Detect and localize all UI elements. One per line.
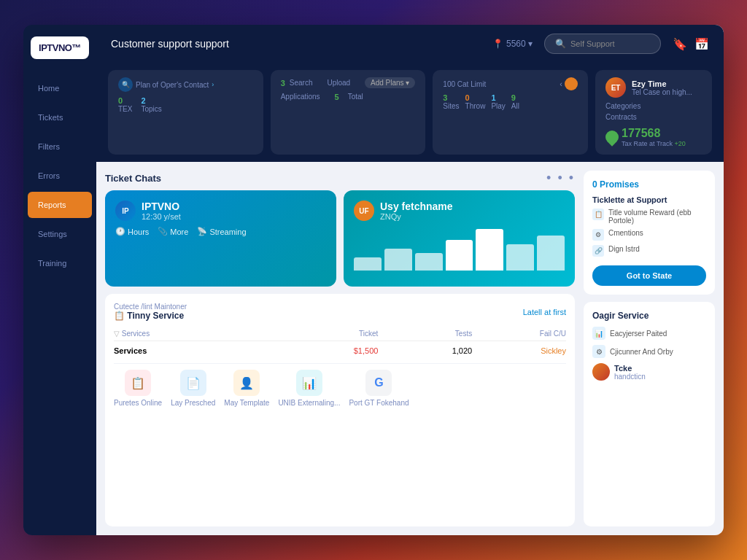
- header-icons: 🔖 📅: [673, 37, 709, 51]
- table-link[interactable]: Latell at first: [523, 308, 566, 316]
- quick-item-2[interactable]: ⚙ Cjicunner And Orby: [592, 345, 706, 358]
- app-item-4[interactable]: G Port GT Fokehand: [349, 370, 409, 407]
- right-panel: 0 Promises Ticklette at Support 📋 Title …: [584, 171, 715, 526]
- streaming-icon: 📡: [197, 227, 207, 236]
- promo-icon-1: 📋: [592, 209, 604, 220]
- bar-6: [506, 244, 534, 271]
- sidebar: IPTVNO™ Home Tickets Filters Errors Repo…: [23, 25, 96, 535]
- bar-5: [476, 229, 503, 271]
- stat-sites: 3 Sites: [443, 93, 459, 110]
- stat-play: 1 Play: [491, 93, 505, 110]
- promo-item-3: 🔗 Dign Istrd: [592, 245, 706, 257]
- app-item-1[interactable]: 📄 Lay Presched: [171, 370, 215, 407]
- calendar-icon[interactable]: 📅: [694, 37, 709, 51]
- chat-cards: IP IPTVNO 12:30 y/set 🕐 Hours: [105, 190, 575, 287]
- search-stat-icon: 🔍: [118, 77, 133, 92]
- sidebar-item-reports[interactable]: Reports: [28, 192, 92, 218]
- stat-card-4: ET Ezy Time Tel Case on high... Categori…: [595, 70, 712, 155]
- main-body: Ticket Chats • • • IP IPTVNO 12:30 y/set: [96, 162, 724, 535]
- app-container: IPTVNO™ Home Tickets Filters Errors Repo…: [23, 25, 724, 535]
- header: Customer support support 📍 5560 ▾ 🔍 Self…: [96, 25, 724, 63]
- table-columns: ▽ Services Ticket Tests Fail C/U: [114, 327, 566, 341]
- app-item-0[interactable]: 📋 Puretes Online: [114, 370, 162, 407]
- small-avatar: [592, 363, 610, 381]
- bar-2: [384, 249, 412, 271]
- chat-action-more[interactable]: 📎 More: [158, 227, 188, 236]
- app-icon-lay: 📄: [186, 376, 201, 390]
- ticket-chats-section: Ticket Chats • • • IP IPTVNO 12:30 y/set: [105, 171, 575, 287]
- app-item-2[interactable]: 👤 May Template: [224, 370, 269, 407]
- chat-card-1: IP IPTVNO 12:30 y/set 🕐 Hours: [105, 190, 336, 287]
- bar-4: [446, 240, 473, 271]
- promo-item-2: ⚙ Cmentions: [592, 229, 706, 241]
- stat-tex: 0 TEX: [118, 96, 132, 113]
- user-avatar: ET: [605, 77, 626, 98]
- search-icon: 🔍: [555, 39, 566, 49]
- promo-item-1: 📋 Title volume Reward (ebb Portole): [592, 209, 706, 225]
- app-icon-may: 👤: [239, 376, 254, 390]
- stat-topics: 2 Topics: [141, 96, 161, 113]
- app-item-3[interactable]: 📊 UNIB Externaling...: [278, 370, 340, 407]
- stat-card-3: 100 Cat Limit ‹ 3 Sites 0 Throw: [433, 70, 588, 155]
- quick-icon-1: 📊: [592, 327, 605, 340]
- more-icon: 📎: [158, 227, 168, 236]
- sidebar-item-settings[interactable]: Settings: [28, 221, 92, 247]
- promo-icon-3: 🔗: [592, 245, 604, 257]
- app-icon-unib: 📊: [302, 376, 317, 390]
- quick-links: Oagir Service 📊 Eacyjerser Paited ⚙ Cjic…: [584, 302, 715, 526]
- bar-3: [415, 253, 443, 271]
- table-row: Services $1,500 1,020 Sickley: [114, 344, 566, 357]
- map-pin-icon: [603, 128, 621, 146]
- chat-action-streaming[interactable]: 📡 Streaming: [197, 227, 246, 236]
- nav-circle[interactable]: [565, 77, 578, 90]
- header-title: Customer support support: [111, 38, 481, 50]
- hours-icon: 🕐: [115, 227, 125, 236]
- chat-action-hours[interactable]: 🕐 Hours: [115, 227, 149, 236]
- bookmark-icon[interactable]: 🔖: [673, 37, 687, 51]
- stats-row: 🔍 Plan of Oper's Contact › 0 TEX 2 Topic…: [96, 63, 724, 162]
- user-quick: Tcke handcticn: [592, 363, 706, 381]
- search-bar[interactable]: 🔍 Self Support: [544, 34, 661, 54]
- chat-avatar-2: UF: [354, 201, 374, 221]
- service-table: Cutecte /lint Maintoner 📋 Tinny Service …: [105, 294, 575, 526]
- bar-1: [354, 257, 382, 271]
- app-icon-puretes: 📋: [131, 376, 145, 390]
- sidebar-item-tickets[interactable]: Tickets: [28, 104, 92, 131]
- sidebar-item-errors[interactable]: Errors: [28, 163, 92, 189]
- filter-icon: ▽: [114, 330, 120, 338]
- stat-throw: 0 Throw: [465, 93, 486, 110]
- chat-avatar-1: IP: [115, 201, 136, 221]
- app-icon-port: G: [374, 376, 383, 389]
- add-plans-dropdown[interactable]: Add Plans ▾: [365, 77, 415, 88]
- mini-bar-chart: [354, 227, 565, 271]
- stat-card-1: 🔍 Plan of Oper's Contact › 0 TEX 2 Topic…: [108, 70, 263, 155]
- sidebar-item-home[interactable]: Home: [28, 75, 92, 101]
- quick-item-1[interactable]: 📊 Eacyjerser Paited: [592, 327, 706, 340]
- table-icon: 📋: [114, 311, 125, 321]
- promo-button[interactable]: Got to State: [592, 265, 706, 286]
- stat-card-2: 3Search Upload Add Plans ▾ Applications …: [271, 70, 426, 155]
- sidebar-item-training[interactable]: Training: [28, 250, 92, 276]
- app-icons-row: 📋 Puretes Online 📄 Lay Presched: [114, 363, 566, 407]
- bar-7: [537, 236, 565, 271]
- chat-card-2: UF Usy fetchname ZNQy: [344, 190, 575, 287]
- location-selector[interactable]: 📍 5560 ▾: [492, 39, 533, 49]
- app-logo: IPTVNO™: [31, 36, 89, 59]
- ticket-chats-title: Ticket Chats: [105, 173, 161, 184]
- location-pin-icon: 📍: [492, 39, 503, 49]
- quick-icon-2: ⚙: [592, 345, 605, 358]
- left-panel: Ticket Chats • • • IP IPTVNO 12:30 y/set: [105, 171, 575, 526]
- promo-icon-2: ⚙: [592, 229, 604, 241]
- sidebar-item-filters[interactable]: Filters: [28, 133, 92, 160]
- stat-all: 9 All: [511, 93, 519, 110]
- promo-card: 0 Promises Ticklette at Support 📋 Title …: [584, 171, 715, 295]
- main-content: Customer support support 📍 5560 ▾ 🔍 Self…: [96, 25, 724, 535]
- more-options-btn[interactable]: • • •: [546, 171, 575, 186]
